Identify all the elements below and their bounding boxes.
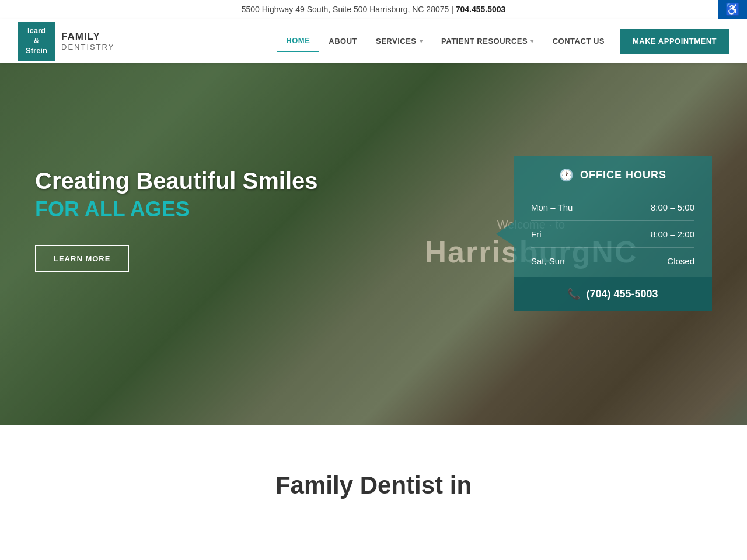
nav-links: HOME ABOUT SERVICES ▾ PATIENT RESOURCES …: [277, 29, 729, 54]
phone-cta-button[interactable]: 📞 (704) 455-5003: [514, 277, 712, 311]
top-bar: 5500 Highway 49 South, Suite 500 Harrisb…: [0, 0, 747, 19]
nav-link-about[interactable]: ABOUT: [319, 31, 366, 51]
accessibility-button[interactable]: ♿: [718, 0, 747, 19]
office-hours-card: 🕐 OFFICE HOURS Mon – Thu 8:00 – 5:00 Fri…: [514, 156, 712, 311]
logo-dentistry: DENTISTRY: [61, 43, 114, 51]
nav-item-patient-resources[interactable]: PATIENT RESOURCES ▾: [432, 31, 543, 51]
card-arrow: [496, 222, 514, 246]
nav-link-home[interactable]: HOME: [277, 30, 319, 52]
logo-line1: Icard: [23, 26, 50, 36]
learn-more-button[interactable]: LEARN MORE: [35, 245, 129, 272]
bottom-title: Family Dentist in: [35, 471, 712, 499]
accessibility-icon: ♿: [725, 2, 740, 16]
phone-cta-number: (704) 455-5003: [586, 288, 658, 300]
day-mon-thu: Mon – Thu: [531, 202, 573, 212]
address-text: 5500 Highway 49 South, Suite 500 Harrisb…: [242, 5, 453, 14]
phone-icon: 📞: [567, 288, 580, 300]
phone-number: 704.455.5003: [456, 5, 506, 14]
nav-link-services[interactable]: SERVICES ▾: [366, 31, 432, 51]
day-fri: Fri: [531, 229, 542, 239]
hours-row-fri: Fri 8:00 – 2:00: [531, 221, 694, 248]
hero-title: Creating Beautiful Smiles: [35, 168, 318, 194]
nav-item-home[interactable]: HOME: [277, 30, 319, 52]
hero-section: Welcome · to HarrisburgNC Creating Beaut…: [0, 63, 747, 425]
nav-item-contact[interactable]: CONTACT US: [543, 31, 614, 51]
logo[interactable]: Icard & Strein FAMILY DENTISTRY: [18, 22, 114, 61]
logo-box: Icard & Strein: [18, 22, 55, 61]
time-mon-thu: 8:00 – 5:00: [651, 202, 694, 212]
nav-item-cta[interactable]: MAKE APPOINTMENT: [614, 29, 729, 54]
hero-content: Creating Beautiful Smiles FOR ALL AGES L…: [35, 168, 318, 272]
time-fri: 8:00 – 2:00: [651, 229, 694, 239]
make-appointment-button[interactable]: MAKE APPOINTMENT: [620, 29, 729, 54]
hours-table: Mon – Thu 8:00 – 5:00 Fri 8:00 – 2:00 Sa…: [514, 191, 712, 277]
bottom-section: Family Dentist in: [0, 425, 747, 546]
logo-family: FAMILY: [61, 31, 114, 43]
time-sat-sun: Closed: [667, 256, 694, 266]
logo-text: FAMILY DENTISTRY: [61, 31, 114, 51]
office-hours-header: 🕐 OFFICE HOURS: [514, 156, 712, 191]
hours-row-sat-sun: Sat, Sun Closed: [531, 248, 694, 274]
day-sat-sun: Sat, Sun: [531, 256, 565, 266]
clock-icon: 🕐: [559, 168, 574, 182]
nav-link-contact[interactable]: CONTACT US: [543, 31, 614, 51]
logo-line2: &: [23, 36, 50, 46]
hours-row-mon-thu: Mon – Thu 8:00 – 5:00: [531, 194, 694, 221]
nav-item-about[interactable]: ABOUT: [319, 31, 366, 51]
nav-item-services[interactable]: SERVICES ▾: [366, 31, 432, 51]
office-hours-heading: OFFICE HOURS: [580, 169, 666, 181]
chevron-down-icon: ▾: [420, 38, 423, 44]
chevron-down-icon: ▾: [530, 38, 534, 44]
hero-subtitle: FOR ALL AGES: [35, 197, 318, 222]
main-nav: Icard & Strein FAMILY DENTISTRY HOME ABO…: [0, 19, 747, 63]
nav-link-patient-resources[interactable]: PATIENT RESOURCES ▾: [432, 31, 543, 51]
logo-line3: Strein: [23, 46, 50, 56]
